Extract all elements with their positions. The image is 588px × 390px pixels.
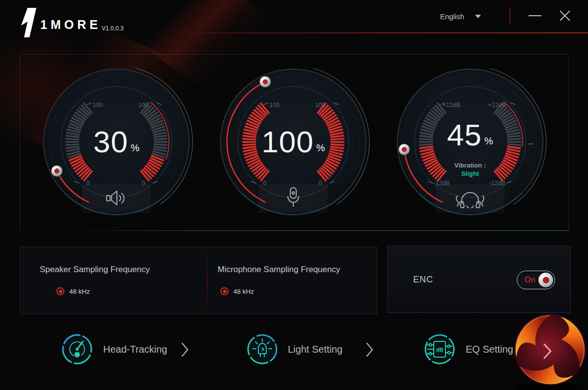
enc-label: ENC [413,275,433,285]
svg-text:0: 0 [319,180,322,187]
svg-text:0: 0 [86,180,90,187]
minimize-icon [529,15,541,16]
app-version: V1.0.0.3 [102,25,124,32]
enc-panel: ENC On [387,246,571,313]
section-divider [69,230,569,231]
light-setting-label[interactable]: Light Setting [288,344,342,355]
speaker-48khz-label: 48 kHz [69,288,90,295]
language-selector[interactable]: English [440,10,497,23]
microphone-48khz-option[interactable]: 48 kHz [221,287,254,295]
close-button[interactable] [555,7,575,24]
sampling-frequency-panel: Speaker Sampling Frequency 48 kHz Microp… [20,247,377,314]
speaker-sampling-title: Speaker Sampling Frequency [40,265,150,275]
svg-text:-12dB: -12dB [433,180,449,187]
enc-toggle[interactable]: On [517,271,555,289]
minimize-button[interactable] [525,9,545,23]
slider-knob[interactable] [398,144,410,155]
enc-toggle-knob-dot [543,277,549,283]
enc-toggle-knob[interactable] [538,273,553,287]
chevron-down-icon [475,15,481,18]
window-controls-divider [509,7,510,24]
head-tracking-label[interactable]: Head-Tracking [103,344,167,355]
head-tracking-chevron-icon[interactable] [181,342,190,358]
radio-selected-icon[interactable] [221,287,228,295]
brand-logo-text: 1MORE [40,18,101,32]
light-setting-chevron-icon[interactable] [365,342,374,358]
light-setting-icon[interactable] [246,333,279,365]
svg-text:dB: dB [436,347,444,353]
language-label: English [440,12,464,21]
sampling-divider [207,254,207,308]
microphone-48khz-label: 48 kHz [233,288,254,295]
svg-text:100: 100 [93,102,103,109]
svg-text:0: 0 [142,180,145,187]
headset-vibration-icon [455,190,485,210]
1more-app-window: 1MORE V1.0.0.3 English 10010000 30% [0,0,588,390]
slider-knob[interactable] [51,166,62,177]
brand-logo-mark-icon [20,8,37,37]
svg-text:100: 100 [270,102,280,109]
speaker-volume-gauge: 10010000 30% [35,61,197,223]
svg-text:100: 100 [315,102,326,109]
close-icon [559,9,571,22]
enc-toggle-state: On [525,276,535,284]
eq-setting-chevron-icon[interactable] [542,342,553,360]
microphone-icon [286,187,301,208]
microphone-volume-gauge: 10010000 100% [212,61,374,223]
svg-text:+12dB: +12dB [443,102,461,109]
radio-selected-icon[interactable] [56,287,64,295]
svg-text:0: 0 [263,180,267,187]
headset-vibration-gauge: +12dB+12dB-12dB-12dB 45% Vibration : Sli… [389,61,551,223]
slider-knob[interactable] [259,76,271,87]
speaker-icon [105,189,128,207]
speaker-48khz-option[interactable]: 48 kHz [56,287,90,295]
svg-text:100: 100 [139,102,149,109]
eq-setting-icon[interactable]: dB [423,333,456,365]
eq-setting-label[interactable]: EQ Setting [466,344,513,355]
svg-text:-12dB: -12dB [489,180,505,187]
microphone-sampling-title: Microphone Sampling Frequency [218,265,340,275]
svg-text:+12dB: +12dB [488,102,506,109]
head-tracking-icon[interactable] [61,333,93,365]
